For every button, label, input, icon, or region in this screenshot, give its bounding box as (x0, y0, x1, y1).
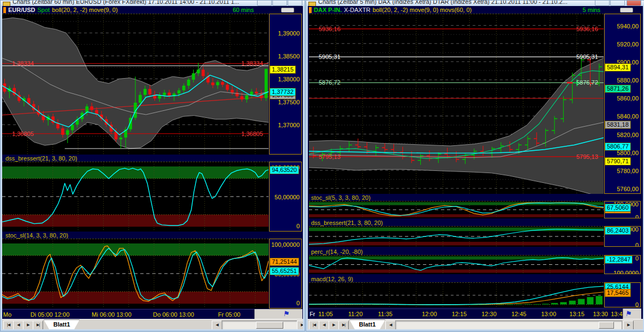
minimize-button[interactable] (595, 1, 610, 6)
sheet-tab-blatt1[interactable]: Blatt1 (44, 319, 80, 329)
flag-icon[interactable]: ⚑ (625, 310, 633, 318)
indicator-header: stoc_sl(5, 3, 3, 80, 20) (308, 194, 643, 201)
time-axis-label: 13:30 (593, 311, 608, 317)
perc-r-axis: 0-100,0000-12,2847 (604, 255, 641, 274)
maximize-button[interactable] (610, 1, 625, 6)
time-axis-label: 13:00 (541, 311, 557, 317)
macd-axis: 025,614417,5465 (604, 282, 641, 307)
value-chip: 94,63520 (270, 166, 299, 174)
chart-window-eurusd[interactable]: Charts (Zeitbar 60 min) EURUSD (Forex FX… (0, 0, 305, 331)
next-sheet-button[interactable]: ▶ (23, 321, 33, 329)
sheet-tab-bar: |◀ ◀ ▶ ▶| Blatt1 ◀ ▶ (308, 319, 643, 329)
time-axis-label: 13:15 (569, 311, 585, 317)
window-titlebar[interactable]: Charts (Zeitbar 5 min) DAX (Indizes Xetr… (306, 1, 644, 6)
scroll-right-button[interactable]: ▶ (297, 321, 303, 329)
value-chip: 5790,71 (605, 157, 631, 165)
stoc-sl-plot[interactable] (309, 201, 604, 218)
time-axis-label: Fr (309, 311, 315, 317)
chart-window-dax[interactable]: Charts (Zeitbar 5 min) DAX (Indizes Xetr… (306, 0, 644, 331)
svg-text:5936,16: 5936,16 (576, 26, 598, 32)
last-sheet-button[interactable]: ▶| (338, 321, 349, 329)
minimize-button[interactable] (257, 1, 272, 6)
time-axis-label: Do 06:00 13:00 (153, 311, 194, 318)
axis-tick-label: 1,37000 (278, 122, 300, 128)
series-marker-icon (3, 7, 6, 13)
axis-tick-label: 1,38000 (278, 76, 300, 82)
value-chip: -12,2847 (605, 256, 633, 264)
series-marker-icon (309, 7, 312, 13)
dss-bressert-plot[interactable] (309, 226, 604, 247)
svg-text:1,36805: 1,36805 (12, 131, 34, 137)
indicator-header: dss_bressert(21, 3, 80, 20) (2, 155, 303, 162)
indicator-name: stoc_sl(5, 3, 3, 80, 20) (311, 194, 371, 201)
svg-text:5795,13: 5795,13 (576, 153, 598, 160)
prev-sheet-button[interactable]: ◀ (319, 321, 329, 329)
perc-r-plot[interactable] (309, 255, 604, 274)
scroll-left-button[interactable]: ◀ (212, 321, 222, 329)
symbol-suffix: Spot (38, 7, 50, 13)
next-sheet-button[interactable]: ▶ (329, 321, 339, 329)
svg-text:1,36805: 1,36805 (241, 131, 263, 137)
indicator-params: boll(20, 2, -2) move(9, 0) (52, 7, 117, 13)
value-chip: 17,5465 (605, 289, 631, 297)
axis-tick-label: 5920,00 (617, 41, 639, 48)
flag-icon[interactable]: ⚑ (283, 310, 290, 318)
time-axis-corner: ⚑ (254, 309, 302, 319)
axis-tick-label: 50,00000 (275, 194, 300, 200)
time-axis-label: 11:35 (378, 311, 393, 317)
maximize-button[interactable] (272, 1, 287, 6)
plot-canvas (309, 201, 604, 218)
symbol-label: EUR/USD (8, 7, 35, 13)
value-chip: 5806,77 (605, 143, 631, 151)
axis-tick-label: 0 (296, 223, 300, 229)
window-restore-widget[interactable] (620, 8, 633, 13)
axis-tick-label: 5760,00 (617, 186, 639, 192)
dss-bressert-plot[interactable] (2, 162, 269, 232)
value-chip: 1,38215 (270, 66, 296, 74)
scroll-right-button[interactable]: ▶ (623, 321, 634, 329)
symbol-suffix: X-DAXTR (344, 7, 370, 13)
close-button[interactable] (288, 1, 302, 6)
indicator-header: perc_r(14, -20, -80) (308, 248, 643, 255)
axis-tick-label: 5860,00 (617, 95, 639, 102)
stoc-sl-plot[interactable] (2, 239, 269, 309)
first-sheet-button[interactable]: |◀ (309, 321, 319, 329)
price-plot[interactable]: 1,383341,383341,368051,36805 (2, 14, 269, 155)
first-sheet-button[interactable]: |◀ (3, 321, 14, 329)
dss-bressert-axis: 100,0000086,2403 (604, 226, 641, 247)
value-chip: 55,65251 (270, 267, 299, 275)
scrollbar-thumb[interactable] (599, 322, 614, 329)
value-chip: 5894,31 (605, 63, 631, 72)
indicator-name: dss_bressert(21, 3, 80, 20) (311, 220, 383, 226)
sheet-tab-blatt1[interactable]: Blatt1 (349, 319, 385, 329)
time-axis[interactable]: Fr11:0511:2011:3512:0012:1512:3012:4513:… (309, 309, 623, 319)
svg-text:5905,31: 5905,31 (319, 54, 341, 60)
symbol-label: DAX P-IN. (314, 7, 342, 13)
macd-plot[interactable] (309, 282, 604, 307)
plot-canvas: 1,383341,383341,368051,36805 (2, 14, 269, 155)
window-restore-widget[interactable] (281, 8, 294, 13)
scroll-left-button[interactable]: ◀ (385, 321, 396, 329)
time-axis[interactable]: MoDi 05:00 12:00Mi 06:00 13:00Do 06:00 1… (2, 309, 254, 319)
window-titlebar[interactable]: Charts (Zeitbar 60 min) EURUSD (Forex FX… (1, 1, 305, 6)
time-axis-label: 12:30 (481, 311, 497, 317)
last-sheet-button[interactable]: ▶| (33, 321, 43, 329)
axis-tick-label: 5820,00 (617, 132, 639, 138)
horizontal-scrollbar[interactable] (395, 321, 622, 329)
time-axis-label: 11:05 (318, 311, 333, 317)
svg-text:5876,72: 5876,72 (576, 79, 598, 86)
horizontal-scrollbar[interactable] (222, 321, 297, 329)
chart-frame: DAX P-IN.X-DAXTRboll(20, 2, -2) move(9, … (308, 6, 643, 329)
chart-header: EUR/USDSpotboll(20, 2, -2) move(9, 0) 60… (2, 7, 303, 14)
plot-canvas (309, 255, 604, 274)
close-button[interactable] (627, 1, 641, 6)
app-icon (3, 2, 10, 6)
svg-text:1,38334: 1,38334 (241, 60, 263, 67)
price-plot[interactable]: 5936,165936,165905,315905,315876,725876,… (309, 14, 604, 194)
prev-sheet-button[interactable]: ◀ (13, 321, 23, 329)
indicator-params: boll(20, 2, -2) move(9, 0) movs(60, 0) (373, 7, 472, 13)
stoc-sl-axis: 100,0000067,506067,5060 (604, 201, 641, 218)
scrollbar-thumb[interactable] (256, 322, 283, 329)
window-title: Charts (Zeitbar 60 min) EURUSD (Forex FX… (13, 1, 239, 5)
svg-text:5876,72: 5876,72 (319, 79, 341, 86)
